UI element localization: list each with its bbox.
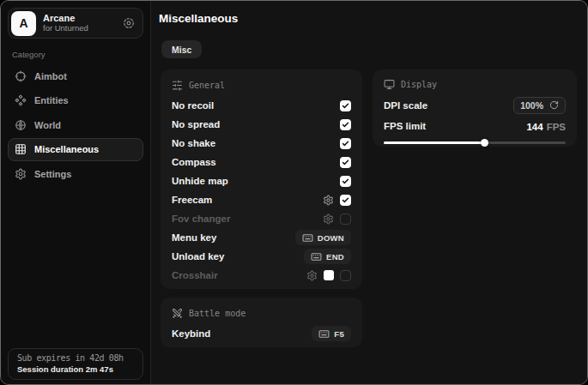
gear-icon[interactable] [306,270,318,281]
checkbox-checked[interactable] [340,100,351,111]
fps-limit-unit: FPS [547,122,566,132]
display-panel: Display DPI scale 100% FPS limit 144FPS [373,69,577,147]
sidebar-item-label: Aimbot [34,71,67,81]
setting-label: Unload key [172,251,224,262]
keybind-button[interactable]: DOWN [295,230,351,245]
sidebar-item-label: Entities [34,95,69,105]
battle-rows: KeybindF5 [172,324,351,343]
slider-fill [384,141,484,144]
setting-row-freecam: Freecam [172,190,351,209]
checkbox-checked[interactable] [340,176,351,187]
checkbox-checked[interactable] [340,119,351,130]
setting-row-no-shake: No shake [172,134,351,153]
display-panel-header: Display [384,76,566,92]
keybind-value: F5 [334,329,344,339]
keybind-button[interactable]: F5 [312,326,351,341]
sidebar-item-label: World [34,120,61,130]
brand-text: Arcane for Unturned [43,13,114,33]
setting-controls [340,138,351,149]
setting-controls: END [304,249,351,264]
app-logo: A [11,11,36,36]
sidebar-item-label: Miscellaneous [34,144,99,154]
slider-thumb[interactable] [481,139,488,147]
battle-mode-panel: Battle mode KeybindF5 [161,298,362,347]
keybind-button[interactable]: END [304,249,351,264]
setting-label: Crosshair [172,270,218,280]
checkbox-checked[interactable] [340,138,351,149]
sidebar: A Arcane for Unturned Category AimbotEnt… [1,1,151,384]
setting-controls [323,195,351,206]
setting-label: Keybind [172,328,210,339]
sidebar-item-label: Settings [34,169,71,179]
refresh-icon[interactable] [549,100,559,110]
fps-limit-value-group: 144FPS [526,118,566,134]
session-duration-text: Session duration 2m 47s [17,364,134,374]
brand-subtitle: for Unturned [43,24,114,33]
setting-row-crosshair: Crosshair [172,266,351,285]
fps-limit-row: FPS limit 144FPS [384,116,566,135]
fps-limit-label: FPS limit [384,121,426,131]
setting-row-no-recoil: No recoil [172,96,351,115]
battle-panel-title: Battle mode [189,309,246,318]
category-label: Category [12,50,139,59]
keybind-value: END [326,252,344,262]
setting-controls: F5 [312,326,351,341]
setting-row-fov-changer: Fov changer [172,209,351,228]
sidebar-item-settings[interactable]: Settings [8,162,143,185]
entities-icon [15,94,27,106]
checkbox-checked[interactable] [340,195,351,206]
crosshair-icon [15,70,27,82]
setting-controls [340,176,351,187]
sync-icon[interactable] [123,17,135,29]
color-swatch[interactable] [324,270,334,280]
dpi-scale-label: DPI scale [384,100,427,111]
brand-card: A Arcane for Unturned [8,8,143,39]
monitor-icon [384,79,395,90]
sidebar-item-entities[interactable]: Entities [8,89,143,112]
keybind-value: DOWN [318,233,344,243]
setting-row-compass: Compass [172,153,351,171]
dpi-scale-input[interactable]: 100% [513,97,566,114]
gear-icon[interactable] [323,214,334,225]
checkbox-unchecked[interactable] [340,270,351,281]
setting-row-keybind: KeybindF5 [172,324,351,343]
general-rows: No recoilNo spreadNo shakeCompassUnhide … [172,96,351,285]
setting-label: Compass [172,157,216,167]
sliders-icon [172,80,183,91]
setting-row-unload-key: Unload keyEND [172,247,351,266]
gear-icon [15,168,27,180]
setting-label: No recoil [172,100,214,111]
subscription-card: Sub expires in 42d 08h Session duration … [8,348,143,380]
setting-controls [340,100,351,111]
setting-label: Fov changer [172,214,230,224]
setting-row-menu-key: Menu keyDOWN [172,228,351,247]
sidebar-item-aimbot[interactable]: Aimbot [8,64,143,87]
swords-icon [172,308,183,319]
grid-icon [15,143,27,155]
setting-controls [340,157,351,168]
setting-label: Menu key [172,232,216,243]
setting-controls [340,119,351,130]
general-panel: General No recoilNo spreadNo shakeCompas… [161,69,362,289]
keyboard-icon [318,328,330,340]
page-title: Miscellaneous [159,12,238,25]
checkbox-unchecked[interactable] [340,214,351,225]
setting-row-unhide-map: Unhide map [172,171,351,190]
setting-controls: DOWN [295,230,351,245]
keyboard-icon [311,251,322,262]
checkbox-checked[interactable] [340,157,351,168]
gear-icon[interactable] [323,195,334,206]
app-window: A Arcane for Unturned Category AimbotEnt… [0,0,588,385]
keyboard-icon [302,232,313,244]
sidebar-item-world[interactable]: World [8,113,143,136]
setting-label: Unhide map [172,176,228,186]
sidebar-item-miscellaneous[interactable]: Miscellaneous [8,138,143,161]
logo-letter: A [19,16,27,30]
general-panel-header: General [172,77,351,93]
fps-limit-value: 144 [526,122,543,132]
fps-limit-slider[interactable] [384,138,566,147]
brand-title: Arcane [43,13,114,24]
dpi-scale-value: 100% [520,100,543,111]
tab-misc[interactable]: Misc [161,40,202,58]
display-panel-title: Display [401,80,437,89]
